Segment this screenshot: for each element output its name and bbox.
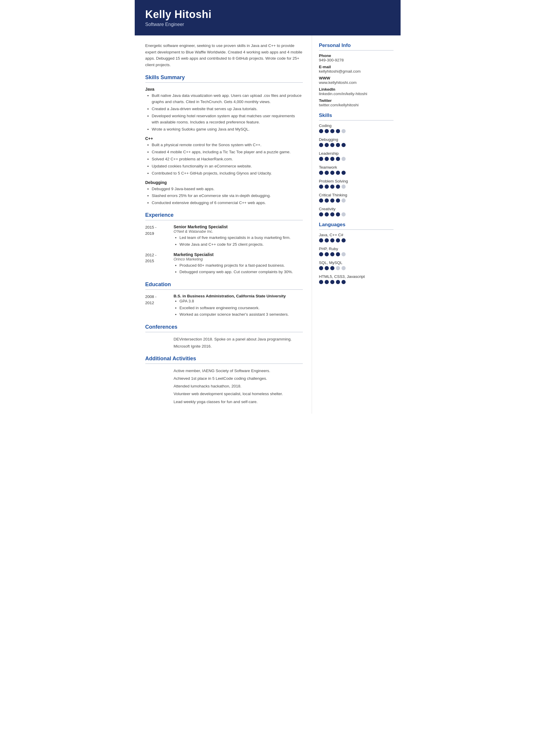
filled-dot: [330, 212, 334, 216]
skill-row: Critical Thinking: [319, 193, 393, 202]
education-title: Education: [145, 282, 303, 288]
skill-name: Creativity: [319, 207, 393, 211]
personal-info-title: Personal Info: [319, 42, 393, 48]
filled-dot: [319, 212, 323, 216]
skill-dots: [319, 157, 393, 161]
list-item: Debugged 9 Java-based web apps.: [152, 186, 303, 192]
list-item: Developed working hotel reservation syst…: [152, 113, 303, 125]
list-item: Built native Java data visualization web…: [152, 93, 303, 105]
filled-dot: [330, 171, 334, 175]
filled-dot: [325, 238, 329, 242]
filled-dot: [336, 171, 340, 175]
list-item: Built a physical remote control for the …: [152, 142, 303, 148]
filled-dot: [342, 143, 346, 147]
filled-dot: [319, 129, 323, 133]
filled-dot: [325, 252, 329, 256]
language-name: PHP, Ruby: [319, 247, 393, 251]
language-row: Java, C++ C#: [319, 233, 393, 242]
filled-dot: [336, 157, 340, 161]
filled-dot: [319, 280, 323, 284]
filled-dot: [330, 143, 334, 147]
filled-dot: [336, 280, 340, 284]
list-item: Created 4 mobile C++ apps, including a T…: [152, 149, 303, 155]
skill-bullets: Built a physical remote control for the …: [145, 142, 303, 176]
edu-bullets: GPA 3.8Excelled in software engineering …: [174, 298, 303, 317]
languages-title: Languages: [319, 222, 393, 228]
empty-dot: [342, 266, 346, 270]
language-row: HTML5, CSS3, Javascript: [319, 274, 393, 284]
filled-dot: [330, 280, 334, 284]
main-content: Energetic software engineer, seeking to …: [135, 36, 401, 414]
filled-dot: [319, 171, 323, 175]
filled-dot: [319, 143, 323, 147]
filled-dot: [330, 185, 334, 189]
experience-item: 2015 - 2019Senior Marketing SpecialistO'…: [145, 225, 303, 248]
skills-summary-title: Skills Summary: [145, 74, 303, 81]
activity-item: Lead weekly yoga classes for fun and sel…: [145, 399, 303, 405]
conference-item: DEVintersection 2018. Spoke on a panel a…: [145, 337, 303, 342]
language-name: Java, C++ C#: [319, 233, 393, 237]
www-label: WWW: [319, 76, 393, 80]
exp-title: Marketing Specialist: [174, 252, 303, 257]
skills-summary-divider: [145, 82, 303, 83]
skill-name: Debugging: [319, 137, 393, 142]
exp-details: Marketing SpecialistOrinco MarketingProd…: [174, 252, 303, 276]
list-item: Created a Java-driven website that serve…: [152, 106, 303, 112]
skill-name: Teamwork: [319, 165, 393, 170]
filled-dot: [336, 199, 340, 202]
act-spacer: [145, 368, 169, 374]
email-value: kellyhitoshi@gmail.com: [319, 69, 393, 73]
header: Kelly Hitoshi Software Engineer: [135, 0, 401, 36]
conference-text: DEVintersection 2018. Spoke on a panel a…: [174, 337, 292, 342]
empty-dot: [342, 185, 346, 189]
skills-dots-section: CodingDebuggingLeadershipTeamworkProblem…: [319, 123, 393, 216]
filled-dot: [336, 185, 340, 189]
left-column: Energetic software engineer, seeking to …: [135, 36, 312, 414]
filled-dot: [330, 238, 334, 242]
activity-item: Achieved 1st place in 5 LeetCode coding …: [145, 376, 303, 382]
edu-degree: B.S. in Business Administration, Califor…: [174, 294, 303, 298]
list-item: Wrote a working Sudoku game using Java a…: [152, 126, 303, 133]
activity-text: Achieved 1st place in 5 LeetCode coding …: [174, 376, 268, 382]
skill-name: Critical Thinking: [319, 193, 393, 197]
conferences-section: DEVintersection 2018. Spoke on a panel a…: [145, 337, 303, 350]
empty-dot: [342, 252, 346, 256]
filled-dot: [330, 157, 334, 161]
exp-bullets: Produced 60+ marketing projects for a fa…: [174, 262, 303, 275]
conference-item: Microsoft Ignite 2016.: [145, 343, 303, 349]
conf-spacer: [145, 343, 169, 349]
email-label: E-mail: [319, 65, 393, 69]
edu-dates: 2008 - 2012: [145, 294, 169, 318]
exp-company: Orinco Marketing: [174, 257, 303, 261]
conferences-title: Conferences: [145, 324, 303, 330]
skill-group-name: C++: [145, 136, 303, 141]
filled-dot: [342, 171, 346, 175]
exp-dates: 2015 - 2019: [145, 225, 169, 248]
skills-title: Skills: [319, 113, 393, 119]
skill-dots: [319, 199, 393, 202]
list-item: Wrote Java and C++ code for 25 client pr…: [180, 242, 303, 248]
filled-dot: [342, 238, 346, 242]
conf-spacer: [145, 337, 169, 342]
exp-title: Senior Marketing Specialist: [174, 225, 303, 229]
candidate-name: Kelly Hitoshi: [145, 8, 390, 21]
education-section: 2008 - 2012B.S. in Business Administrati…: [145, 294, 303, 318]
twitter-label: Twitter: [319, 98, 393, 103]
filled-dot: [325, 266, 329, 270]
skills-summary-section: JavaBuilt native Java data visualization…: [145, 87, 303, 206]
experience-item: 2012 - 2015Marketing SpecialistOrinco Ma…: [145, 252, 303, 276]
filled-dot: [319, 185, 323, 189]
act-spacer: [145, 399, 169, 405]
activity-item: Volunteer web development specialist, lo…: [145, 391, 303, 397]
language-row: PHP, Ruby: [319, 247, 393, 256]
languages-divider: [319, 230, 393, 230]
language-dots: [319, 238, 393, 242]
activity-text: Volunteer web development specialist, lo…: [174, 391, 283, 397]
filled-dot: [342, 280, 346, 284]
list-item: Conducted extensive debugging of 6 comme…: [152, 200, 303, 206]
filled-dot: [325, 280, 329, 284]
additional-divider: [145, 364, 303, 364]
skill-name: Leadership: [319, 151, 393, 156]
list-item: Updated cookies functionality in an eCom…: [152, 163, 303, 170]
language-dots: [319, 266, 393, 270]
